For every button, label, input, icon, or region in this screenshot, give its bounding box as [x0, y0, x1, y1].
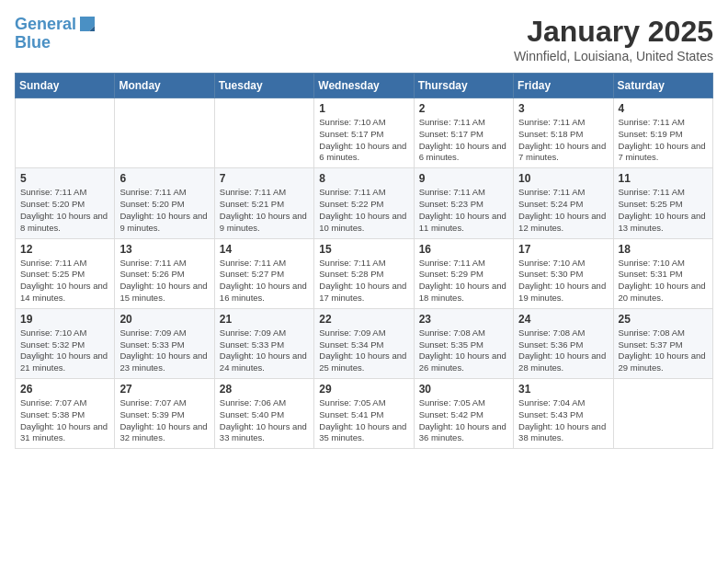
day-info: Sunrise: 7:11 AMSunset: 5:23 PMDaylight:… — [419, 187, 508, 234]
day-number: 19 — [20, 313, 109, 326]
day-number: 29 — [319, 383, 408, 396]
day-info: Sunrise: 7:09 AMSunset: 5:34 PMDaylight:… — [319, 327, 408, 374]
day-number: 6 — [119, 172, 209, 185]
day-number: 17 — [518, 243, 608, 256]
calendar-cell: 30Sunrise: 7:05 AMSunset: 5:42 PMDayligh… — [414, 379, 513, 449]
calendar-cell: 6Sunrise: 7:11 AMSunset: 5:20 PMDaylight… — [115, 168, 214, 238]
day-info: Sunrise: 7:11 AMSunset: 5:24 PMDaylight:… — [518, 187, 608, 234]
day-number: 10 — [518, 172, 608, 185]
calendar-cell: 19Sunrise: 7:10 AMSunset: 5:32 PMDayligh… — [16, 308, 115, 378]
calendar-week-row: 1Sunrise: 7:10 AMSunset: 5:17 PMDaylight… — [16, 98, 713, 168]
day-info: Sunrise: 7:11 AMSunset: 5:21 PMDaylight:… — [220, 187, 309, 234]
calendar-cell: 15Sunrise: 7:11 AMSunset: 5:28 PMDayligh… — [314, 238, 414, 308]
day-info: Sunrise: 7:11 AMSunset: 5:20 PMDaylight:… — [119, 187, 209, 234]
day-number: 3 — [518, 102, 608, 115]
day-number: 20 — [119, 313, 209, 326]
day-info: Sunrise: 7:10 AMSunset: 5:30 PMDaylight:… — [518, 258, 608, 304]
day-number: 7 — [220, 172, 309, 185]
day-info: Sunrise: 7:11 AMSunset: 5:22 PMDaylight:… — [319, 187, 408, 234]
day-info: Sunrise: 7:11 AMSunset: 5:27 PMDaylight:… — [220, 258, 309, 304]
calendar-cell: 17Sunrise: 7:10 AMSunset: 5:30 PMDayligh… — [514, 238, 613, 308]
calendar-cell: 18Sunrise: 7:10 AMSunset: 5:31 PMDayligh… — [613, 238, 712, 308]
day-number: 24 — [518, 313, 608, 326]
calendar-cell: 31Sunrise: 7:04 AMSunset: 5:43 PMDayligh… — [514, 379, 613, 449]
calendar-table: SundayMondayTuesdayWednesdayThursdayFrid… — [15, 73, 713, 449]
calendar-cell: 4Sunrise: 7:11 AMSunset: 5:19 PMDaylight… — [613, 98, 712, 168]
calendar-cell: 5Sunrise: 7:11 AMSunset: 5:20 PMDaylight… — [16, 168, 115, 238]
page-header: General Blue January 2025 Winnfield, Lou… — [15, 15, 713, 63]
calendar-cell: 24Sunrise: 7:08 AMSunset: 5:36 PMDayligh… — [514, 308, 613, 378]
day-number: 30 — [419, 383, 508, 396]
calendar-cell: 20Sunrise: 7:09 AMSunset: 5:33 PMDayligh… — [115, 308, 214, 378]
day-info: Sunrise: 7:11 AMSunset: 5:17 PMDaylight:… — [419, 117, 508, 164]
day-info: Sunrise: 7:07 AMSunset: 5:39 PMDaylight:… — [119, 397, 209, 444]
day-info: Sunrise: 7:10 AMSunset: 5:31 PMDaylight:… — [619, 258, 708, 304]
day-number: 11 — [619, 172, 708, 185]
calendar-cell: 25Sunrise: 7:08 AMSunset: 5:37 PMDayligh… — [613, 308, 712, 378]
calendar-cell — [16, 98, 115, 168]
calendar-cell: 21Sunrise: 7:09 AMSunset: 5:33 PMDayligh… — [214, 308, 313, 378]
calendar-cell: 29Sunrise: 7:05 AMSunset: 5:41 PMDayligh… — [314, 379, 414, 449]
calendar-cell: 23Sunrise: 7:08 AMSunset: 5:35 PMDayligh… — [414, 308, 513, 378]
day-info: Sunrise: 7:11 AMSunset: 5:25 PMDaylight:… — [20, 258, 109, 304]
day-number: 31 — [518, 383, 608, 396]
calendar-cell: 22Sunrise: 7:09 AMSunset: 5:34 PMDayligh… — [314, 308, 414, 378]
day-number: 26 — [20, 383, 109, 396]
weekday-header: Saturday — [613, 74, 712, 98]
day-number: 14 — [220, 243, 309, 256]
calendar-cell: 1Sunrise: 7:10 AMSunset: 5:17 PMDaylight… — [314, 98, 414, 168]
calendar-cell — [613, 379, 712, 449]
day-number: 4 — [619, 102, 708, 115]
day-info: Sunrise: 7:10 AMSunset: 5:17 PMDaylight:… — [319, 117, 408, 164]
day-info: Sunrise: 7:11 AMSunset: 5:25 PMDaylight:… — [619, 187, 708, 234]
calendar-cell: 13Sunrise: 7:11 AMSunset: 5:26 PMDayligh… — [115, 238, 214, 308]
location: Winnfield, Louisiana, United States — [514, 49, 713, 63]
weekday-header: Wednesday — [314, 74, 414, 98]
calendar-cell: 27Sunrise: 7:07 AMSunset: 5:39 PMDayligh… — [115, 379, 214, 449]
weekday-header: Monday — [115, 74, 214, 98]
day-info: Sunrise: 7:10 AMSunset: 5:32 PMDaylight:… — [20, 327, 109, 374]
calendar-week-row: 12Sunrise: 7:11 AMSunset: 5:25 PMDayligh… — [16, 238, 713, 308]
logo-text-blue: Blue — [15, 33, 51, 53]
day-info: Sunrise: 7:09 AMSunset: 5:33 PMDaylight:… — [119, 327, 209, 374]
day-number: 22 — [319, 313, 408, 326]
day-info: Sunrise: 7:08 AMSunset: 5:35 PMDaylight:… — [419, 327, 508, 374]
day-number: 1 — [319, 102, 408, 115]
logo-text: General — [15, 15, 76, 35]
day-info: Sunrise: 7:08 AMSunset: 5:36 PMDaylight:… — [518, 327, 608, 374]
calendar-cell: 12Sunrise: 7:11 AMSunset: 5:25 PMDayligh… — [16, 238, 115, 308]
day-number: 2 — [419, 102, 508, 115]
day-info: Sunrise: 7:07 AMSunset: 5:38 PMDaylight:… — [20, 397, 109, 444]
calendar-cell: 14Sunrise: 7:11 AMSunset: 5:27 PMDayligh… — [214, 238, 313, 308]
title-block: January 2025 Winnfield, Louisiana, Unite… — [514, 15, 713, 63]
weekday-header: Friday — [514, 74, 613, 98]
calendar-header-row: SundayMondayTuesdayWednesdayThursdayFrid… — [16, 74, 713, 98]
day-number: 23 — [419, 313, 508, 326]
calendar-cell: 9Sunrise: 7:11 AMSunset: 5:23 PMDaylight… — [414, 168, 513, 238]
day-number: 16 — [419, 243, 508, 256]
calendar-cell — [115, 98, 214, 168]
day-info: Sunrise: 7:08 AMSunset: 5:37 PMDaylight:… — [619, 327, 708, 374]
day-number: 18 — [619, 243, 708, 256]
day-number: 5 — [20, 172, 109, 185]
logo-icon — [78, 15, 97, 33]
day-number: 13 — [119, 243, 209, 256]
day-number: 21 — [220, 313, 309, 326]
day-number: 8 — [319, 172, 408, 185]
day-info: Sunrise: 7:05 AMSunset: 5:41 PMDaylight:… — [319, 397, 408, 444]
day-info: Sunrise: 7:05 AMSunset: 5:42 PMDaylight:… — [419, 397, 508, 444]
day-number: 25 — [619, 313, 708, 326]
calendar-cell: 16Sunrise: 7:11 AMSunset: 5:29 PMDayligh… — [414, 238, 513, 308]
calendar-week-row: 19Sunrise: 7:10 AMSunset: 5:32 PMDayligh… — [16, 308, 713, 378]
day-number: 12 — [20, 243, 109, 256]
calendar-week-row: 26Sunrise: 7:07 AMSunset: 5:38 PMDayligh… — [16, 379, 713, 449]
day-info: Sunrise: 7:11 AMSunset: 5:26 PMDaylight:… — [119, 258, 209, 304]
day-info: Sunrise: 7:11 AMSunset: 5:28 PMDaylight:… — [319, 258, 408, 304]
calendar-cell: 11Sunrise: 7:11 AMSunset: 5:25 PMDayligh… — [613, 168, 712, 238]
calendar-cell: 28Sunrise: 7:06 AMSunset: 5:40 PMDayligh… — [214, 379, 313, 449]
day-info: Sunrise: 7:04 AMSunset: 5:43 PMDaylight:… — [518, 397, 608, 444]
weekday-header: Tuesday — [214, 74, 313, 98]
day-info: Sunrise: 7:11 AMSunset: 5:19 PMDaylight:… — [619, 117, 708, 164]
weekday-header: Sunday — [16, 74, 115, 98]
calendar-cell: 8Sunrise: 7:11 AMSunset: 5:22 PMDaylight… — [314, 168, 414, 238]
